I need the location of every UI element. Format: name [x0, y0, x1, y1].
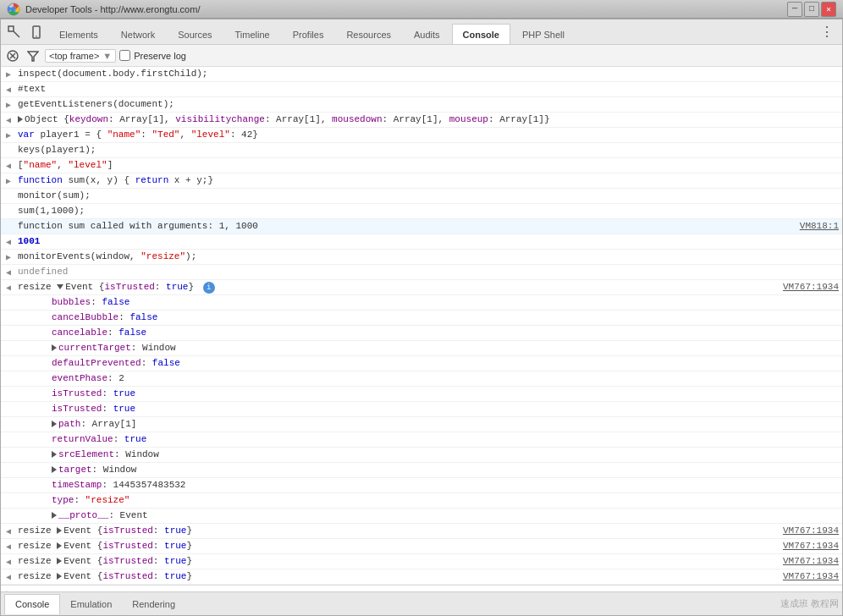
console-line-content: eventPhase: 2	[52, 372, 839, 385]
expand-arrow[interactable]: ▶	[6, 175, 11, 188]
console-line: defaultPrevented: false	[1, 356, 842, 371]
svg-line-3	[14, 31, 19, 37]
preserve-log-label[interactable]: Preserve log	[119, 50, 186, 61]
tab-timeline[interactable]: Timeline	[224, 24, 281, 44]
console-line-content: resize Event {isTrusted: true} i	[18, 281, 783, 294]
console-output[interactable]: ▶ inspect(document.body.firstChild); ◀ #…	[1, 67, 842, 591]
console-line-content: bubbles: false	[52, 296, 839, 309]
minimize-button[interactable]: ─	[787, 2, 802, 17]
main-nav-tabs: Elements Network Sources Timeline Profil…	[48, 19, 815, 44]
console-line: returnValue: true	[1, 432, 842, 448]
console-line: ▶ inspect(document.body.firstChild);	[1, 67, 842, 82]
console-line: ▶ function sum(x, y) { return x + y;}	[1, 173, 842, 189]
bottom-tab-rendering[interactable]: Rendering	[122, 594, 185, 614]
frame-selector[interactable]: <top frame> ▼	[45, 49, 116, 63]
watermark: 速成班 教程网	[780, 597, 839, 610]
tab-profiles[interactable]: Profiles	[282, 24, 335, 44]
console-line-content: resize Event {isTrusted: true}	[18, 540, 783, 553]
console-line: ▶ monitorEvents(window, "resize");	[1, 250, 842, 265]
tab-audits[interactable]: Audits	[403, 24, 451, 44]
console-input-area: >	[1, 585, 842, 591]
console-line: currentTarget: Window	[1, 341, 842, 356]
output-arrow: ◀	[6, 84, 11, 96]
file-reference[interactable]: VM767:1934	[783, 570, 839, 583]
console-line: keys(player1);	[1, 143, 842, 158]
console-line: sum(1,1000);	[1, 204, 842, 219]
clear-console-button[interactable]	[4, 47, 21, 64]
console-line-content: monitorEvents(window, "resize");	[18, 250, 839, 263]
tab-elements[interactable]: Elements	[48, 24, 109, 44]
file-reference[interactable]: VM767:1934	[783, 525, 839, 537]
devtools-panel: Elements Network Sources Timeline Profil…	[0, 19, 843, 616]
console-toolbar: <top frame> ▼ Preserve log	[1, 45, 842, 67]
console-line-content: resize Event {isTrusted: true}	[18, 555, 783, 568]
console-line-content: sum(1,1000);	[18, 205, 839, 217]
titlebar: Developer Tools - http://www.erongtu.com…	[0, 0, 843, 19]
window-title: Developer Tools - http://www.erongtu.com…	[25, 4, 787, 14]
tab-php-shell[interactable]: PHP Shell	[511, 24, 576, 44]
console-line: monitor(sum);	[1, 189, 842, 204]
more-tabs-button[interactable]: ⋮	[815, 24, 839, 41]
console-line-content: monitor(sum);	[18, 190, 839, 202]
console-input[interactable]	[18, 588, 839, 591]
console-line-content: function sum called with arguments: 1, 1…	[18, 220, 800, 233]
expand-arrow[interactable]: ▶	[6, 69, 11, 81]
console-line: ◀ undefined	[1, 265, 842, 280]
output-arrow: ◀	[6, 556, 11, 569]
console-line: type: "resize"	[1, 493, 842, 509]
nav-toolbar: Elements Network Sources Timeline Profil…	[1, 19, 842, 45]
console-line-content: path: Array[1]	[52, 418, 839, 431]
console-line: isTrusted: true	[1, 402, 842, 417]
console-line: ◀ resize Event {isTrusted: true} VM767:1…	[1, 569, 842, 585]
console-line-content: #text	[18, 83, 839, 96]
console-line: ◀ resize Event {isTrusted: true} VM767:1…	[1, 524, 842, 539]
mobile-button[interactable]	[26, 22, 47, 42]
tab-resources[interactable]: Resources	[335, 24, 402, 44]
console-line: cancelBubble: false	[1, 311, 842, 326]
expand-arrow[interactable]: ▶	[6, 99, 11, 112]
console-line-content: cancelBubble: false	[52, 311, 839, 324]
console-line-content: srcElement: Window	[52, 448, 839, 461]
chrome-icon	[7, 3, 20, 16]
bottom-tab-console[interactable]: Console	[4, 594, 60, 614]
console-line: timeStamp: 1445357483532	[1, 478, 842, 493]
console-line: ◀ Object {keydown: Array[1], visibilityc…	[1, 113, 842, 128]
maximize-button[interactable]: □	[804, 2, 819, 17]
console-line-content: target: Window	[52, 464, 839, 476]
console-line-content: type: "resize"	[52, 494, 839, 507]
filter-button[interactable]	[25, 47, 41, 64]
expand-arrow[interactable]: ▶	[6, 251, 11, 264]
output-arrow: ◀	[6, 571, 11, 584]
console-line-content: cancelable: false	[52, 327, 839, 339]
console-line: bubbles: false	[1, 295, 842, 311]
info-icon[interactable]: i	[203, 282, 215, 294]
preserve-log-checkbox[interactable]	[119, 50, 130, 61]
file-reference[interactable]: VM767:1934	[783, 540, 839, 553]
svg-marker-9	[28, 52, 38, 61]
file-reference[interactable]: VM767:1934	[783, 555, 839, 568]
tab-network[interactable]: Network	[110, 24, 166, 44]
file-reference[interactable]: VM767:1934	[783, 281, 839, 294]
inspect-element-button[interactable]	[4, 22, 25, 42]
output-arrow: ◀	[6, 267, 11, 279]
console-line-content: isTrusted: true	[52, 403, 839, 415]
close-button[interactable]: ✕	[821, 2, 836, 17]
console-line: path: Array[1]	[1, 417, 842, 432]
output-arrow: ◀	[6, 160, 11, 173]
console-line-content: 1001	[18, 235, 839, 248]
file-reference[interactable]: VM818:1	[800, 220, 839, 233]
console-line: ▶ getEventListeners(document);	[1, 97, 842, 113]
console-line-content: __proto__: Event	[52, 509, 839, 522]
console-line: ◀ resize Event {isTrusted: true} VM767:1…	[1, 539, 842, 554]
console-line-content: defaultPrevented: false	[52, 357, 839, 370]
console-prompt: >	[6, 589, 12, 591]
tab-sources[interactable]: Sources	[167, 24, 223, 44]
console-line-content: function sum(x, y) { return x + y;}	[18, 174, 839, 187]
console-line-content: undefined	[18, 266, 839, 278]
tab-console[interactable]: Console	[452, 24, 510, 44]
output-arrow: ◀	[6, 525, 11, 538]
output-arrow: ◀	[6, 114, 11, 127]
expand-arrow[interactable]: ▶	[6, 129, 11, 142]
console-line-content: returnValue: true	[52, 433, 839, 446]
bottom-tab-emulation[interactable]: Emulation	[60, 594, 122, 614]
